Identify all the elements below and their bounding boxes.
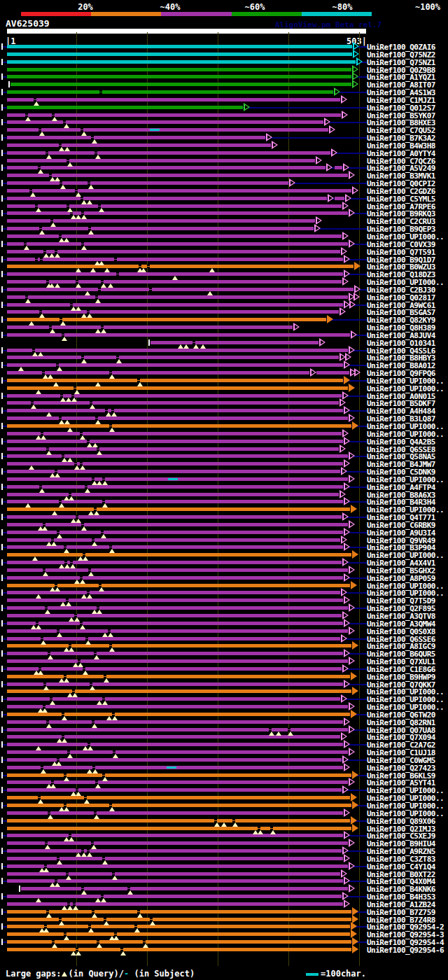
hsp-segment[interactable]	[7, 697, 340, 701]
hsp-segment[interactable]	[7, 538, 340, 542]
hsp-segment[interactable]	[21, 887, 348, 890]
hsp-segment[interactable]	[7, 401, 339, 405]
hsp-segment[interactable]	[7, 834, 343, 837]
hsp-segment[interactable]	[7, 682, 343, 686]
hsp-segment[interactable]	[7, 895, 342, 898]
hsp-segment[interactable]	[7, 811, 343, 815]
hsp-segment[interactable]	[7, 45, 352, 48]
hsp-segment[interactable]	[7, 902, 343, 906]
hsp-segment[interactable]	[7, 258, 343, 261]
hsp-segment[interactable]	[7, 242, 348, 246]
hsp-segment[interactable]	[7, 204, 342, 208]
hsp-segment[interactable]	[7, 349, 348, 352]
hsp-segment[interactable]	[7, 690, 351, 693]
hsp-segment[interactable]	[7, 545, 343, 549]
hsp-segment[interactable]	[7, 872, 340, 876]
hsp-segment[interactable]	[7, 98, 340, 102]
hsp-segment[interactable]	[7, 310, 339, 314]
hsp-segment[interactable]	[7, 568, 348, 572]
arrowhead-icon	[351, 505, 357, 513]
hsp-segment[interactable]	[7, 151, 330, 155]
hsp-segment[interactable]	[7, 295, 348, 299]
hsp-segment[interactable]	[7, 561, 342, 564]
hsp-segment[interactable]	[7, 75, 351, 78]
hsp-segment[interactable]	[150, 341, 318, 344]
hsp-segment[interactable]	[10, 83, 351, 86]
hsp-segment[interactable]	[7, 780, 348, 784]
hsp-segment[interactable]	[335, 166, 342, 169]
hsp-segment[interactable]	[7, 52, 352, 56]
hsp-segment[interactable]	[7, 910, 351, 913]
hsp-segment[interactable]	[7, 288, 354, 291]
hsp-segment[interactable]	[7, 90, 333, 94]
hit-label[interactable]: UniRef100_Q92954-6	[367, 946, 444, 955]
hsp-segment[interactable]	[7, 159, 315, 162]
hsp-segment[interactable]	[7, 234, 342, 238]
hsp-segment[interactable]	[7, 128, 328, 132]
hsp-segment[interactable]	[7, 819, 350, 822]
hsp-segment[interactable]	[7, 181, 288, 185]
hsp-segment[interactable]	[7, 827, 351, 830]
hsp-segment[interactable]	[7, 948, 351, 951]
hsp-segment[interactable]	[7, 644, 351, 648]
hsp-segment[interactable]	[7, 409, 343, 412]
query-gap-triangle-icon	[39, 314, 45, 318]
hsp-segment[interactable]	[7, 705, 348, 708]
hsp-segment[interactable]	[7, 424, 351, 428]
hsp-segment[interactable]	[7, 318, 326, 321]
hsp-segment[interactable]	[7, 485, 343, 489]
hsp-segment[interactable]	[7, 652, 343, 655]
hsp-segment[interactable]	[7, 440, 343, 443]
hsp-segment[interactable]	[7, 940, 351, 944]
hsp-segment[interactable]	[7, 356, 339, 359]
hsp-segment[interactable]	[7, 598, 343, 602]
hsp-segment[interactable]	[7, 197, 327, 200]
hsp-segment[interactable]	[7, 265, 354, 268]
query-gap-triangle-icon	[52, 944, 57, 948]
hsp-segment[interactable]	[7, 932, 350, 936]
hsp-segment[interactable]	[7, 743, 343, 746]
hsp-segment[interactable]	[7, 622, 343, 625]
hsp-segment[interactable]	[7, 60, 356, 64]
hsp-segment[interactable]	[7, 106, 243, 109]
hsp-segment[interactable]	[7, 606, 348, 610]
hsp-segment[interactable]	[7, 750, 348, 754]
hsp-segment[interactable]	[7, 333, 350, 337]
hsp-segment[interactable]	[7, 515, 342, 519]
hsp-segment[interactable]	[7, 507, 350, 511]
hsp-segment[interactable]	[7, 576, 343, 580]
hsp-segment[interactable]	[7, 713, 350, 716]
hsp-segment[interactable]	[7, 500, 343, 503]
hsp-segment[interactable]	[7, 68, 351, 71]
hsp-segment[interactable]	[7, 796, 350, 799]
hsp-segment[interactable]	[7, 788, 342, 792]
hsp-segment[interactable]	[7, 659, 348, 663]
hsp-segment[interactable]	[7, 553, 351, 556]
hsp-segment[interactable]	[7, 386, 348, 390]
hsp-segment[interactable]	[7, 447, 339, 451]
hsp-segment[interactable]	[7, 462, 343, 465]
hsp-segment[interactable]	[335, 197, 344, 200]
hsp-segment[interactable]	[7, 841, 348, 845]
hsp-segment[interactable]	[7, 394, 342, 398]
hsp-segment[interactable]	[7, 493, 339, 496]
hsp-segment[interactable]	[7, 849, 342, 853]
hsp-segment[interactable]	[7, 454, 348, 458]
hsp-segment[interactable]	[7, 144, 271, 147]
hsp-segment[interactable]	[7, 774, 351, 777]
hsp-segment[interactable]	[7, 227, 314, 230]
hsp-segment[interactable]	[7, 728, 348, 732]
hsp-segment[interactable]	[7, 166, 326, 169]
hsp-segment[interactable]	[7, 667, 342, 671]
hsp-segment[interactable]	[7, 864, 348, 868]
hsp-segment[interactable]	[7, 211, 348, 215]
hsp-segment[interactable]	[7, 136, 265, 139]
hsp-segment[interactable]	[7, 720, 343, 724]
hsp-segment[interactable]	[7, 189, 351, 192]
hsp-segment[interactable]	[7, 637, 340, 640]
hsp-segment[interactable]	[7, 614, 342, 617]
hsp-segment[interactable]	[7, 432, 342, 435]
hsp-segment[interactable]	[7, 523, 348, 526]
hsp-segment[interactable]	[316, 371, 349, 374]
hsp-segment[interactable]	[7, 303, 343, 307]
